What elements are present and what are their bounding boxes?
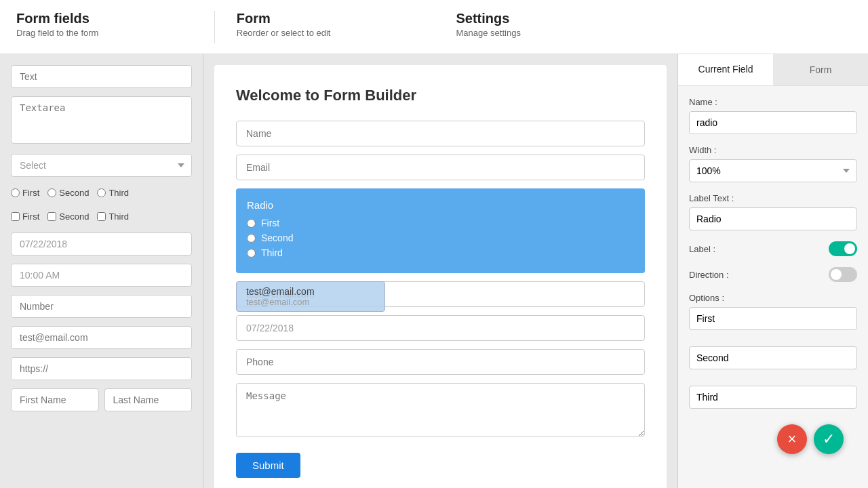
tab-form[interactable]: Form: [773, 54, 868, 85]
form-title-header: Form: [237, 11, 435, 26]
message-form-input[interactable]: [236, 383, 645, 437]
cancel-icon: ×: [788, 430, 797, 448]
settings-width-row: Width : 100%: [689, 145, 857, 182]
header: Form fields Drag field to the form Form …: [0, 0, 868, 54]
select-template[interactable]: Select: [11, 154, 192, 177]
center-panel: Welcome to Form Builder Radio First Seco…: [203, 54, 678, 488]
cancel-fab-button[interactable]: ×: [777, 424, 807, 454]
radio-form-option-third[interactable]: Third: [247, 247, 634, 258]
settings-option3-row: [689, 386, 857, 409]
settings-option2-row: [689, 346, 857, 375]
radio-second-input[interactable]: [247, 234, 256, 243]
email-form-field: [236, 155, 645, 180]
radio-field-item: First Second Third: [11, 185, 192, 201]
checkbox-group-template: First Second Third: [11, 209, 192, 224]
settings-width-select[interactable]: 100%: [689, 159, 857, 182]
radio-first-label: First: [261, 218, 279, 228]
settings-direction-toggle-row: Direction :: [689, 267, 857, 282]
checkbox-option-third[interactable]: Third: [97, 211, 129, 222]
settings-tabs: Current Field Form: [678, 54, 868, 86]
label-toggle-knob: [844, 243, 855, 254]
email-autocomplete-value: test@email.com: [246, 286, 375, 297]
name-fields-item: [11, 388, 192, 411]
settings-option2-input[interactable]: [689, 346, 857, 369]
form-fields-title: Form fields: [16, 11, 214, 26]
settings-option3-input[interactable]: [689, 386, 857, 409]
date-form-input[interactable]: [236, 315, 645, 341]
date-field-item[interactable]: [11, 232, 192, 256]
radio-option-third[interactable]: Third: [97, 188, 129, 198]
email-autocomplete-popup: test@email.com test@email.com: [236, 281, 385, 312]
checkbox-option-second[interactable]: Second: [47, 211, 89, 222]
url-field-item[interactable]: [11, 357, 192, 380]
direction-toggle[interactable]: [829, 267, 857, 282]
radio-option-second[interactable]: Second: [47, 188, 89, 198]
settings-subtitle: Manage settings: [456, 28, 852, 38]
text-input-template[interactable]: [11, 65, 192, 88]
left-panel: Select First Second Third First Second T…: [0, 54, 203, 488]
name-group-template: [11, 388, 192, 411]
radio-form-option-first[interactable]: First: [247, 218, 634, 228]
radio-third-label: Third: [261, 247, 283, 258]
select-field-item[interactable]: Select: [11, 154, 192, 177]
radio-option-first[interactable]: First: [11, 188, 39, 198]
email2-form-field: test@email.com test@email.com: [236, 281, 645, 307]
date-input-template[interactable]: [11, 232, 192, 256]
text-field-item[interactable]: [11, 65, 192, 88]
form-container: Welcome to Form Builder Radio First Seco…: [214, 65, 667, 488]
email-input-template[interactable]: [11, 326, 192, 349]
radio-form-label: Radio: [247, 199, 634, 211]
radio-form-option-second[interactable]: Second: [247, 232, 634, 243]
tab-current-field[interactable]: Current Field: [678, 54, 773, 85]
textarea-field-item[interactable]: [11, 96, 192, 146]
name-form-field: [236, 121, 645, 146]
settings-direction-label: Direction :: [689, 270, 829, 280]
time-input-template[interactable]: [11, 264, 192, 287]
textarea-template[interactable]: [11, 96, 192, 144]
email-autocomplete-hint: test@email.com: [246, 297, 375, 307]
name-form-input[interactable]: [236, 121, 645, 146]
url-input-template[interactable]: [11, 357, 192, 380]
confirm-icon: ✓: [823, 430, 835, 448]
first-name-input-template[interactable]: [11, 388, 99, 411]
settings-label-text-label: Label Text :: [689, 193, 857, 203]
phone-form-field: [236, 349, 645, 375]
settings-option1-input[interactable]: [689, 307, 857, 330]
date-form-field: [236, 315, 645, 341]
settings-name-input[interactable]: [689, 111, 857, 134]
header-form: Form Reorder or select to edit: [215, 11, 435, 38]
right-panel: Current Field Form Name : Width : 100% L…: [678, 54, 868, 488]
settings-options-label: Options :: [689, 293, 857, 303]
phone-form-input[interactable]: [236, 349, 645, 375]
header-settings: Settings Manage settings: [435, 11, 852, 38]
settings-label-toggle-label: Label :: [689, 244, 829, 254]
settings-label-text-row: Label Text :: [689, 193, 857, 230]
radio-form-field[interactable]: Radio First Second Third: [236, 188, 645, 273]
settings-name-label: Name :: [689, 97, 857, 107]
settings-width-label: Width :: [689, 145, 857, 155]
time-field-item[interactable]: [11, 264, 192, 287]
header-form-fields: Form fields Drag field to the form: [16, 11, 214, 38]
form-main-title: Welcome to Form Builder: [236, 87, 645, 104]
settings-label-toggle-row: Label :: [689, 241, 857, 256]
confirm-fab-button[interactable]: ✓: [814, 424, 844, 454]
last-name-input-template[interactable]: [104, 388, 193, 411]
number-input-template[interactable]: [11, 295, 192, 318]
radio-second-label: Second: [261, 232, 293, 243]
email-field-item[interactable]: [11, 326, 192, 349]
settings-title-header: Settings: [456, 11, 852, 26]
radio-group-template: First Second Third: [11, 185, 192, 201]
settings-label-text-input[interactable]: [689, 207, 857, 230]
number-field-item[interactable]: [11, 295, 192, 318]
main-layout: Select First Second Third First Second T…: [0, 54, 868, 488]
label-toggle[interactable]: [829, 241, 857, 256]
email-form-input[interactable]: [236, 155, 645, 180]
settings-options-row: Options :: [689, 293, 857, 336]
checkbox-option-first[interactable]: First: [11, 211, 39, 222]
form-subtitle: Reorder or select to edit: [237, 28, 435, 38]
radio-first-input[interactable]: [247, 219, 256, 228]
checkbox-field-item: First Second Third: [11, 209, 192, 224]
direction-toggle-knob: [831, 269, 842, 280]
radio-third-input[interactable]: [247, 249, 256, 258]
submit-button[interactable]: Submit: [236, 453, 300, 478]
